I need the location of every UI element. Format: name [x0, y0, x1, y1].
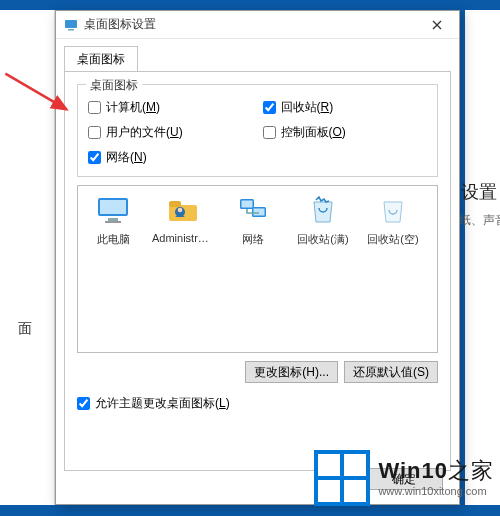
- svg-rect-6: [105, 221, 121, 223]
- svg-rect-1: [65, 20, 77, 28]
- checkbox-computer[interactable]: 计算机(M): [88, 99, 253, 116]
- icon-item-network[interactable]: 网络: [222, 192, 284, 247]
- recycle-bin-full-icon: [305, 192, 341, 228]
- windows-logo-icon: [314, 450, 370, 506]
- dialog-title: 桌面图标设置: [84, 16, 423, 33]
- close-icon: [432, 20, 442, 30]
- titlebar: 桌面图标设置: [56, 11, 459, 39]
- checkbox-recycle-bin-input[interactable]: [263, 101, 276, 114]
- checkbox-allow-theme[interactable]: 允许主题更改桌面图标(L): [77, 395, 438, 412]
- svg-rect-2: [68, 29, 74, 31]
- watermark-brand: Win10之家: [378, 458, 494, 484]
- checkbox-allow-theme-input[interactable]: [77, 397, 90, 410]
- checkbox-recycle-bin[interactable]: 回收站(R): [263, 99, 428, 116]
- close-button[interactable]: [423, 15, 451, 35]
- svg-rect-5: [108, 218, 118, 221]
- checkbox-user-files[interactable]: 用户的文件(U): [88, 124, 253, 141]
- app-icon: [64, 18, 78, 32]
- desktop-icon-settings-dialog: 桌面图标设置 桌面图标 桌面图标 计算机(M) 回收站(R) 用户的文件(U: [55, 10, 460, 505]
- watermark-url: www.win10xitong.com: [378, 485, 494, 498]
- desktop-icons-group: 桌面图标 计算机(M) 回收站(R) 用户的文件(U) 控制面板(O): [77, 84, 438, 177]
- tab-desktop-icons[interactable]: 桌面图标: [64, 46, 138, 72]
- icon-item-recycle-empty[interactable]: 回收站(空): [362, 192, 424, 247]
- checkbox-user-files-input[interactable]: [88, 126, 101, 139]
- tab-strip: 桌面图标: [56, 39, 459, 71]
- icon-item-recycle-full[interactable]: 回收站(满): [292, 192, 354, 247]
- network-icon: [235, 192, 271, 228]
- tab-page: 桌面图标 计算机(M) 回收站(R) 用户的文件(U) 控制面板(O): [64, 71, 451, 471]
- checkbox-network-input[interactable]: [88, 151, 101, 164]
- svg-rect-12: [242, 201, 253, 208]
- change-icon-button[interactable]: 更改图标(H)...: [245, 361, 338, 383]
- checkbox-control-panel-input[interactable]: [263, 126, 276, 139]
- restore-defaults-button[interactable]: 还原默认值(S): [344, 361, 438, 383]
- background-left-panel: 面: [0, 10, 55, 505]
- icon-listbox[interactable]: 此电脑 Administrat... 网络: [77, 185, 438, 353]
- user-folder-icon: [165, 192, 201, 228]
- recycle-bin-empty-icon: [375, 192, 411, 228]
- background-left-text: 面: [18, 320, 32, 338]
- svg-rect-8: [169, 201, 181, 207]
- icon-button-row: 更改图标(H)... 还原默认值(S): [77, 361, 438, 383]
- icon-item-this-pc[interactable]: 此电脑: [82, 192, 144, 247]
- background-right-panel: 设置 具壁纸、声音: [465, 10, 500, 505]
- checkbox-control-panel[interactable]: 控制面板(O): [263, 124, 428, 141]
- checkbox-network[interactable]: 网络(N): [88, 149, 253, 166]
- svg-rect-14: [254, 209, 265, 216]
- checkbox-computer-input[interactable]: [88, 101, 101, 114]
- icon-item-administrator[interactable]: Administrat...: [152, 192, 214, 247]
- svg-point-10: [178, 208, 183, 213]
- monitor-icon: [95, 192, 131, 228]
- group-legend: 桌面图标: [86, 77, 142, 94]
- svg-rect-4: [100, 200, 126, 214]
- watermark: Win10之家 www.win10xitong.com: [314, 450, 494, 506]
- background-settings-title: 设置: [461, 180, 497, 204]
